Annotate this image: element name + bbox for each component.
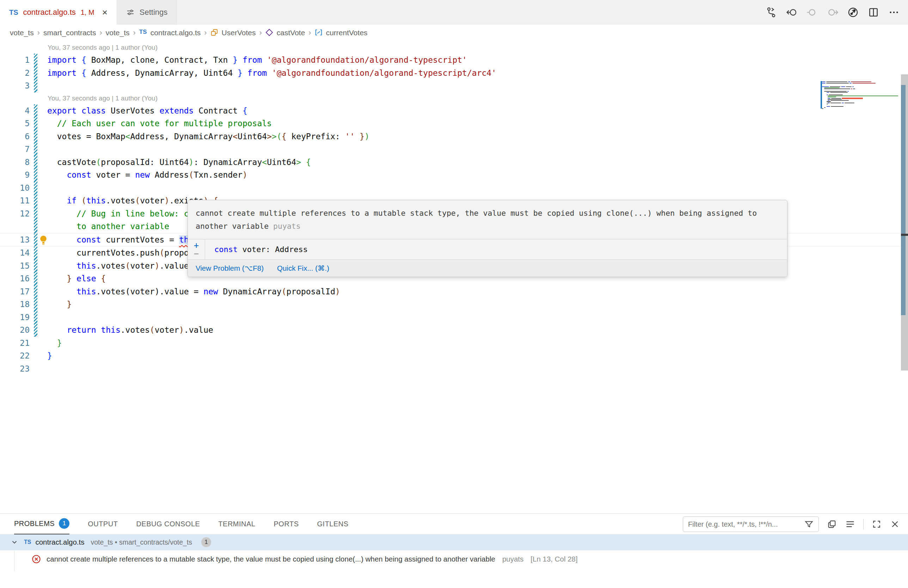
decrease-verbosity-icon[interactable]: − bbox=[194, 250, 199, 258]
minimap-token bbox=[842, 103, 844, 103]
quick-fix-action[interactable]: Quick Fix... (⌘.) bbox=[277, 264, 329, 272]
code-token bbox=[76, 68, 81, 77]
line-number bbox=[0, 220, 30, 233]
code-line: 21 } bbox=[0, 337, 908, 350]
code-line: 9 const voter = new Address(Txn.sender) bbox=[0, 169, 908, 182]
method-symbol-icon bbox=[266, 29, 274, 37]
code-text bbox=[37, 182, 908, 195]
problems-error-row[interactable]: cannot create multiple references to a m… bbox=[0, 550, 908, 568]
problems-file-name: contract.algo.ts bbox=[35, 538, 84, 546]
code-text bbox=[37, 79, 908, 92]
minimap-token bbox=[831, 100, 849, 101]
gutter-change-bar bbox=[34, 337, 37, 350]
code-text: import { BoxMap, clone, Contract, Txn } … bbox=[37, 53, 908, 67]
minimap-line bbox=[827, 104, 828, 104]
code-token: keyPrefix: bbox=[287, 132, 345, 141]
code-token: else bbox=[76, 274, 96, 283]
problems-filter-box[interactable] bbox=[683, 516, 819, 532]
minimap-token bbox=[828, 100, 830, 101]
code-token: voter bbox=[140, 196, 164, 205]
breadcrumb-item-vote_ts[interactable]: vote_ts bbox=[106, 29, 130, 37]
hover-symbol-signature: const voter: Address bbox=[205, 239, 317, 259]
line-number: 20 bbox=[0, 324, 30, 337]
tab-settings[interactable]: Settings bbox=[117, 0, 177, 25]
code-text: const voter = new Address(Txn.sender) bbox=[37, 169, 908, 182]
breadcrumb-separator: › bbox=[133, 28, 135, 37]
breadcrumb-item-contract.algo.ts[interactable]: TScontract.algo.ts bbox=[139, 29, 201, 37]
code-token: { bbox=[81, 55, 86, 64]
tab-contract-algo-ts[interactable]: TS contract.algo.ts 1, M × bbox=[0, 0, 117, 25]
panel-tab-debug-console[interactable]: DEBUG CONSOLE bbox=[136, 514, 200, 534]
breadcrumb-item-vote_ts[interactable]: vote_ts bbox=[10, 29, 34, 37]
minimap-line bbox=[827, 95, 843, 95]
increase-verbosity-icon[interactable]: + bbox=[194, 241, 199, 250]
close-panel-icon[interactable] bbox=[890, 519, 900, 530]
source-control-graph-icon[interactable] bbox=[763, 5, 779, 20]
code-token: '@algorandfoundation/algorand-typescript… bbox=[267, 55, 467, 64]
problems-filter-input[interactable] bbox=[687, 520, 801, 529]
nav-back-icon[interactable] bbox=[784, 5, 799, 20]
panel-tab-output[interactable]: OUTPUT bbox=[88, 514, 118, 534]
breadcrumb-item-castVote[interactable]: castVote bbox=[266, 29, 305, 37]
minimap-line bbox=[827, 106, 844, 107]
minimap-line bbox=[822, 108, 823, 109]
error-hover-tooltip: cannot create multiple references to a m… bbox=[188, 200, 787, 277]
run-debug-icon[interactable] bbox=[845, 5, 861, 20]
panel-tab-ports[interactable]: PORTS bbox=[274, 514, 299, 534]
minimap[interactable] bbox=[822, 81, 901, 112]
breadcrumb-item-smart_contracts[interactable]: smart_contracts bbox=[43, 29, 96, 37]
breadcrumb-label: smart_contracts bbox=[43, 29, 96, 37]
typescript-file-icon: TS bbox=[9, 8, 18, 16]
minimap-token bbox=[828, 98, 831, 99]
code-text: } bbox=[37, 298, 908, 311]
view-problem-action[interactable]: View Problem (⌥F8) bbox=[196, 264, 264, 272]
code-token: ) bbox=[243, 170, 248, 179]
line-number: 3 bbox=[0, 79, 30, 92]
copy-icon[interactable] bbox=[827, 519, 837, 530]
breadcrumb-separator: › bbox=[37, 28, 40, 37]
more-actions-icon[interactable] bbox=[886, 5, 902, 20]
code-token: Address, DynamicArray bbox=[130, 132, 233, 141]
code-token: .votes(voter).value = bbox=[96, 287, 203, 296]
lightbulb-icon[interactable] bbox=[38, 235, 49, 245]
code-token: new bbox=[135, 170, 150, 179]
problems-file-row[interactable]: TS contract.algo.ts vote_ts • smart_cont… bbox=[0, 534, 908, 550]
panel-tab-terminal[interactable]: TERMINAL bbox=[218, 514, 255, 534]
line-number: 6 bbox=[0, 130, 30, 143]
split-editor-icon[interactable] bbox=[866, 5, 881, 20]
code-line: 18 } bbox=[0, 298, 908, 311]
breadcrumb: vote_ts›smart_contracts›vote_ts›TScontra… bbox=[0, 25, 908, 41]
minimap-token bbox=[850, 83, 852, 84]
view-as-list-icon[interactable] bbox=[845, 519, 855, 530]
gutter-change-bar bbox=[34, 259, 37, 272]
code-token: < bbox=[262, 158, 267, 167]
minimap-token bbox=[851, 81, 871, 82]
gutter-change-bar bbox=[34, 272, 37, 285]
line-number: 18 bbox=[0, 298, 30, 311]
breadcrumb-item-currentVotes[interactable]: currentVotes bbox=[315, 29, 368, 37]
breadcrumb-item-UserVotes[interactable]: UserVotes bbox=[211, 29, 256, 37]
code-token: ) bbox=[164, 196, 169, 205]
chevron-down-icon[interactable] bbox=[9, 537, 20, 548]
code-token bbox=[76, 55, 81, 64]
code-token: // Each user can vote for multiple propo… bbox=[47, 119, 272, 128]
problems-file-path: vote_ts • smart_contracts/vote_ts bbox=[90, 538, 192, 546]
line-number: 10 bbox=[0, 182, 30, 195]
minimap-token bbox=[831, 103, 841, 103]
code-token: proposalId: Uint64 bbox=[101, 158, 188, 167]
code-token: ( bbox=[81, 196, 86, 205]
code-line: 22} bbox=[0, 350, 908, 362]
breadcrumb-separator: › bbox=[100, 28, 102, 37]
code-line: 8 castVote(proposalId: Uint64): DynamicA… bbox=[0, 156, 908, 169]
code-editor[interactable]: You, 37 seconds ago | 1 author (You)1imp… bbox=[0, 41, 908, 513]
hover-quickfix-section: + − const voter: Address bbox=[188, 239, 787, 259]
panel-tab-problems[interactable]: PROBLEMS1 bbox=[14, 513, 69, 535]
close-tab-icon[interactable]: × bbox=[100, 7, 108, 18]
panel-tab-gitlens[interactable]: GITLENS bbox=[317, 514, 349, 534]
maximize-panel-icon[interactable] bbox=[871, 519, 882, 530]
minimap-token bbox=[848, 81, 850, 82]
line-number: 8 bbox=[0, 156, 30, 169]
minimap-line bbox=[828, 98, 863, 99]
code-token: { bbox=[282, 132, 287, 141]
code-line: 5 // Each user can vote for multiple pro… bbox=[0, 117, 908, 130]
